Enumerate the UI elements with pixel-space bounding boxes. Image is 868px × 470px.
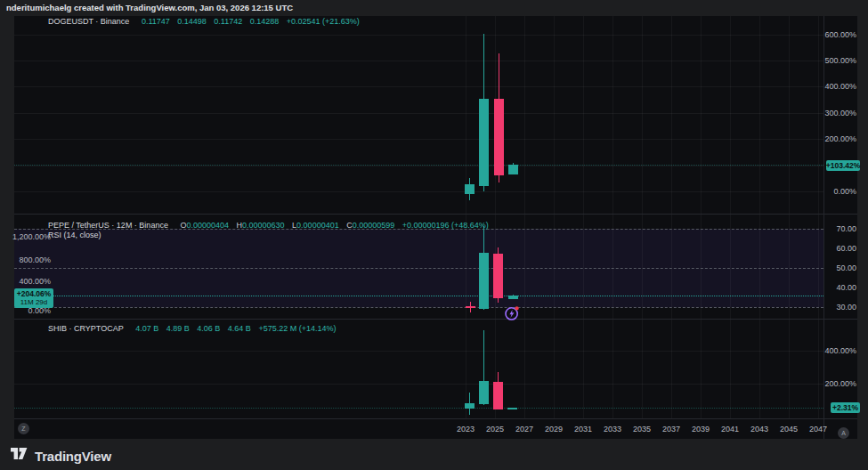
ohlc-high: 0.14498 — [177, 17, 207, 26]
rsi-axis-label: 70.00 — [823, 224, 856, 233]
gridline — [14, 351, 823, 352]
time-axis-label: 2029 — [545, 425, 563, 434]
price-axis-label: 400.00% — [823, 346, 856, 355]
price-axis-label: 600.00% — [823, 30, 856, 39]
price-axis-label: 0.00% — [823, 187, 856, 196]
price-line-shib — [14, 408, 823, 409]
pct-axis-label: 400.00% — [0, 277, 51, 286]
gridline — [14, 35, 823, 36]
price-line-pepe — [14, 296, 823, 296]
time-axis-label: 2037 — [662, 425, 680, 434]
ohlc-open: 0.11747 — [142, 17, 170, 26]
gridline — [554, 16, 555, 418]
rsi-level-50 — [14, 268, 823, 269]
brand-name: TradingView — [35, 449, 111, 464]
ohlc-high: 0.00000630 — [242, 221, 285, 230]
ohlc-open: 4.07 B — [135, 324, 158, 333]
change-text: +0.00000196 (+48.64%) — [402, 221, 489, 230]
price-badge-doge: +103.42% — [826, 160, 860, 171]
gridline — [818, 16, 819, 418]
gridline — [671, 16, 672, 418]
pct-axis-label: 800.00% — [0, 255, 51, 264]
indicator-title: RSI (14, close) — [48, 231, 101, 239]
time-axis-label: 2045 — [780, 425, 798, 434]
change-text: +0.02541 (+21.63%) — [287, 17, 360, 26]
ohlc-low: 0.11742 — [214, 17, 242, 26]
time-axis-label: 2035 — [633, 425, 651, 434]
time-axis-label: 2031 — [574, 425, 592, 434]
ohlc-high: 4.89 B — [166, 324, 190, 333]
ohlc-low: 0.00000401 — [296, 221, 339, 230]
a-marker: A — [838, 427, 849, 439]
gridline — [583, 16, 584, 418]
rsi-axis-label: 50.00 — [823, 263, 856, 272]
gridline — [14, 61, 823, 61]
time-axis-label: 2025 — [486, 425, 504, 434]
time-axis-label: 2047 — [809, 425, 827, 434]
price-axis-label: 200.00% — [823, 379, 856, 388]
price-axis-label: 300.00% — [823, 109, 856, 118]
tradingview-snapshot-page: nderitumichaelg created with TradingView… — [0, 0, 868, 470]
time-axis-label: 2039 — [692, 425, 710, 434]
badge-value: +204.06% — [17, 289, 52, 298]
gridline — [524, 16, 525, 418]
timezone-z-marker: Z — [18, 423, 29, 434]
gridline — [14, 113, 823, 114]
footer-branding[interactable]: TradingView — [11, 447, 111, 465]
pct-axis-label: 1,200.00% — [0, 232, 51, 241]
tradingview-logo-icon — [11, 447, 30, 465]
rsi-axis-label: 40.00 — [823, 283, 856, 292]
price-axis-label: 200.00% — [823, 134, 856, 143]
bar-countdown: 11M 29d — [20, 298, 48, 307]
symbol-title: DOGEUSDT · Binance — [48, 17, 129, 26]
gridline — [14, 191, 823, 192]
time-axis-label: 2033 — [604, 425, 621, 434]
ohlc-low: 4.06 B — [197, 324, 220, 333]
price-badge-pepe: +204.06% 11M 29d — [14, 288, 53, 308]
rsi-level-30 — [14, 307, 823, 308]
time-axis-divider — [14, 418, 857, 419]
time-axis-label: 2041 — [721, 425, 739, 434]
gridline — [14, 139, 823, 140]
legend-shib[interactable]: SHIB · CRYPTOCAP 4.07 B 4.89 B 4.06 B 4.… — [48, 324, 336, 333]
ohlc-close: 0.00000599 — [353, 221, 395, 230]
gridline — [789, 16, 790, 418]
time-axis-label: 2043 — [750, 425, 768, 434]
gridline — [466, 16, 466, 418]
legend-pepe[interactable]: PEPE / TetherUS · 12M · Binance O0.00000… — [48, 221, 489, 230]
panel-divider[interactable] — [14, 214, 857, 215]
price-axis-label: 400.00% — [823, 82, 856, 91]
rsi-axis-label: 60.00 — [823, 244, 856, 253]
gridline — [14, 86, 823, 87]
panel-divider[interactable] — [14, 319, 857, 320]
attribution-text: nderitumichaelg created with TradingView… — [6, 3, 293, 12]
price-line-doge — [14, 165, 823, 166]
ohlc-close: 0.14288 — [250, 17, 280, 26]
gridline — [642, 16, 643, 418]
ohlc-close: 4.64 B — [228, 324, 251, 333]
ohlc-open: 0.00000404 — [186, 221, 229, 230]
gridline — [701, 16, 702, 418]
symbol-title: SHIB · CRYPTOCAP — [48, 324, 124, 333]
time-axis-label: 2027 — [515, 425, 533, 434]
legend-doge[interactable]: DOGEUSDT · Binance 0.11747 0.14498 0.117… — [48, 17, 360, 26]
gridline — [495, 16, 496, 418]
symbol-title: PEPE / TetherUS · 12M · Binance — [48, 221, 168, 230]
rsi-indicator-icon[interactable] — [504, 305, 520, 321]
price-axis-label: 500.00% — [823, 56, 856, 65]
gridline — [612, 16, 613, 418]
gridline — [14, 166, 823, 166]
gridline — [14, 384, 823, 385]
change-text: +575.22 M (+14.14%) — [258, 324, 336, 333]
price-badge-shib: +2.31% — [831, 402, 860, 413]
gridline — [759, 16, 760, 418]
time-axis-label: 2023 — [457, 425, 475, 434]
legend-rsi[interactable]: RSI (14, close) — [48, 231, 106, 239]
gridline — [730, 16, 731, 418]
rsi-axis-label: 30.00 — [823, 303, 856, 312]
